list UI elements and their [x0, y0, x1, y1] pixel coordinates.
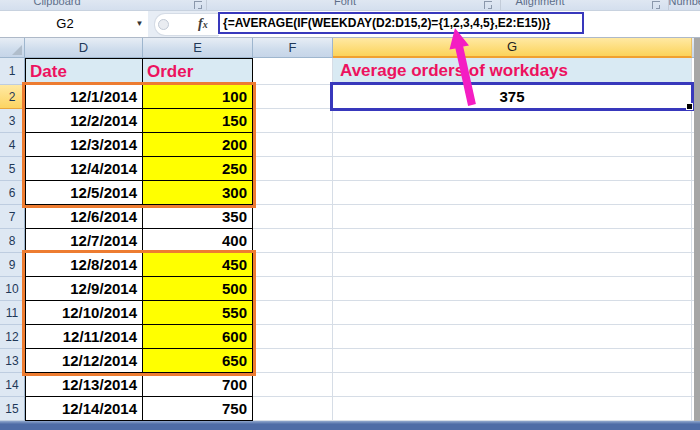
- name-box-dropdown-icon[interactable]: ▼: [131, 11, 148, 37]
- name-box[interactable]: G2: [0, 11, 130, 37]
- cell-g[interactable]: [333, 325, 692, 349]
- row-header[interactable]: 15: [0, 397, 25, 421]
- window-bottom-edge: [0, 421, 700, 430]
- date-cell[interactable]: 12/10/2014: [25, 301, 143, 325]
- empty-cell-f[interactable]: [253, 205, 333, 229]
- select-all-corner[interactable]: [0, 38, 25, 58]
- cell-g[interactable]: [333, 373, 692, 397]
- font-dialog-launcher-icon[interactable]: [484, 1, 492, 9]
- empty-cell-f[interactable]: [253, 325, 333, 349]
- cell-g[interactable]: [333, 133, 692, 157]
- formula-input[interactable]: {=AVERAGE(IF(WEEKDAY(D2:D15,2)={1,2,3,4,…: [218, 12, 584, 34]
- order-cell[interactable]: 300: [143, 181, 253, 205]
- empty-cell-f[interactable]: [253, 229, 333, 253]
- row-header[interactable]: 4: [0, 133, 25, 157]
- date-cell[interactable]: 12/8/2014: [25, 253, 143, 277]
- date-cell[interactable]: 12/9/2014: [25, 277, 143, 301]
- row-header[interactable]: 8: [0, 229, 25, 253]
- order-cell[interactable]: 100: [143, 85, 253, 109]
- row-header[interactable]: 10: [0, 277, 25, 301]
- order-cell[interactable]: 700: [143, 373, 253, 397]
- table-row: 8 12/7/2014 400: [0, 229, 700, 253]
- date-cell[interactable]: 12/11/2014: [25, 325, 143, 349]
- excel-window: Clipboard Font Alignment Number G2 ▼ fx …: [0, 0, 700, 430]
- cell-g[interactable]: [333, 205, 692, 229]
- table-row: 10 12/9/2014 500: [0, 277, 700, 301]
- ribbon-separator: [668, 0, 669, 10]
- cell-g[interactable]: [333, 349, 692, 373]
- alignment-dialog-launcher-icon[interactable]: [652, 1, 660, 9]
- order-cell[interactable]: 150: [143, 109, 253, 133]
- order-cell[interactable]: 200: [143, 133, 253, 157]
- column-header-d[interactable]: D: [25, 38, 143, 58]
- row-header[interactable]: 12: [0, 325, 25, 349]
- cell-g[interactable]: [333, 301, 692, 325]
- empty-cell-f[interactable]: [253, 301, 333, 325]
- header-row: 1 Date Order Average orders of workdays: [0, 58, 700, 85]
- date-cell[interactable]: 12/4/2014: [25, 157, 143, 181]
- order-cell[interactable]: 750: [143, 397, 253, 421]
- order-header-cell[interactable]: Order: [143, 58, 253, 85]
- table-row: 5 12/4/2014 250: [0, 157, 700, 181]
- empty-cell-f[interactable]: [253, 373, 333, 397]
- date-cell[interactable]: 12/5/2014: [25, 181, 143, 205]
- column-header-g[interactable]: G: [333, 38, 692, 58]
- empty-cell-f[interactable]: [253, 109, 333, 133]
- date-cell[interactable]: 12/6/2014: [25, 205, 143, 229]
- vertical-scrollbar[interactable]: [694, 38, 700, 421]
- empty-cell-f[interactable]: [253, 277, 333, 301]
- insert-function-icon[interactable]: fx: [198, 14, 218, 34]
- cell-g[interactable]: [333, 229, 692, 253]
- cell-g[interactable]: [333, 277, 692, 301]
- date-cell[interactable]: 12/7/2014: [25, 229, 143, 253]
- row-header[interactable]: 5: [0, 157, 25, 181]
- row-header[interactable]: 7: [0, 205, 25, 229]
- row-header[interactable]: 6: [0, 181, 25, 205]
- date-cell[interactable]: 12/14/2014: [25, 397, 143, 421]
- cell-g[interactable]: [333, 181, 692, 205]
- row-header[interactable]: 13: [0, 349, 25, 373]
- clipboard-dialog-launcher-icon[interactable]: [194, 1, 202, 9]
- row-header[interactable]: 2: [0, 85, 25, 109]
- ribbon-group-alignment: Alignment: [516, 0, 565, 7]
- cell-g[interactable]: [333, 109, 692, 133]
- order-cell[interactable]: 550: [143, 301, 253, 325]
- fill-handle[interactable]: [686, 103, 693, 110]
- empty-cell-f[interactable]: [253, 397, 333, 421]
- date-cell[interactable]: 12/13/2014: [25, 373, 143, 397]
- order-cell[interactable]: 600: [143, 325, 253, 349]
- date-cell[interactable]: 12/2/2014: [25, 109, 143, 133]
- empty-cell-f[interactable]: [253, 133, 333, 157]
- formula-bar-grip-icon: [158, 19, 169, 30]
- column-header-f[interactable]: F: [253, 38, 333, 58]
- row-header[interactable]: 9: [0, 253, 25, 277]
- order-cell[interactable]: 350: [143, 205, 253, 229]
- cell-g[interactable]: [333, 397, 692, 421]
- average-title-cell[interactable]: Average orders of workdays: [333, 58, 692, 85]
- order-cell[interactable]: 650: [143, 349, 253, 373]
- order-cell[interactable]: 250: [143, 157, 253, 181]
- empty-cell-f[interactable]: [253, 181, 333, 205]
- row-header-1[interactable]: 1: [0, 58, 25, 85]
- date-cell[interactable]: 12/3/2014: [25, 133, 143, 157]
- date-cell[interactable]: 12/1/2014: [25, 85, 143, 109]
- order-cell[interactable]: 500: [143, 277, 253, 301]
- cell-g[interactable]: [333, 253, 692, 277]
- ribbon-group-font: Font: [334, 0, 356, 7]
- order-cell[interactable]: 450: [143, 253, 253, 277]
- empty-cell-f[interactable]: [253, 349, 333, 373]
- empty-cell-f[interactable]: [253, 85, 333, 109]
- row-header[interactable]: 14: [0, 373, 25, 397]
- ribbon-group-number: Number: [668, 0, 700, 7]
- date-cell[interactable]: 12/12/2014: [25, 349, 143, 373]
- order-cell[interactable]: 400: [143, 229, 253, 253]
- empty-cell-f[interactable]: [253, 253, 333, 277]
- empty-cell-f1[interactable]: [253, 58, 333, 85]
- cell-g[interactable]: [333, 157, 692, 181]
- date-header-cell[interactable]: Date: [25, 58, 143, 85]
- row-header[interactable]: 11: [0, 301, 25, 325]
- table-row: 15 12/14/2014 750: [0, 397, 700, 421]
- empty-cell-f[interactable]: [253, 157, 333, 181]
- column-header-e[interactable]: E: [143, 38, 253, 58]
- row-header[interactable]: 3: [0, 109, 25, 133]
